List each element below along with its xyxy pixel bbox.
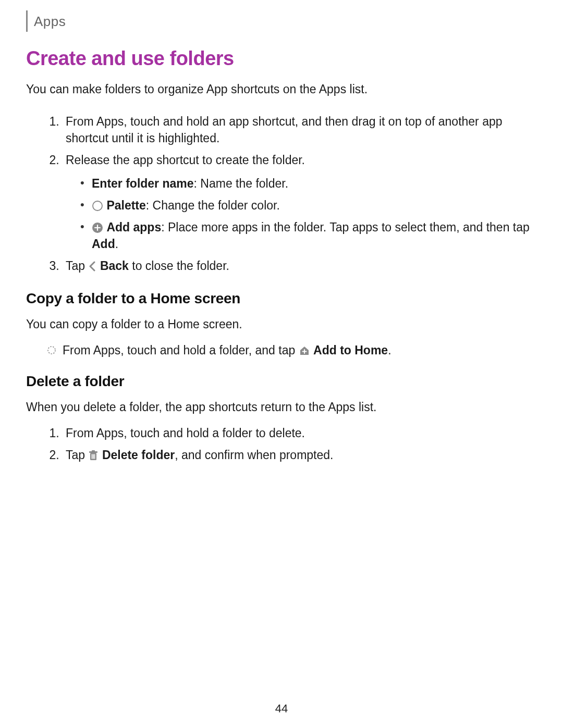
- palette-icon: [92, 200, 103, 212]
- step-2-sublist: Enter folder name: Name the folder. Pale…: [66, 175, 537, 253]
- step-3-tap: Tap: [66, 259, 88, 273]
- section-header: Apps: [26, 10, 71, 32]
- copy-step-bold: Add to Home: [313, 343, 388, 357]
- enter-folder-name-rest: : Name the folder.: [194, 177, 289, 190]
- palette-rest: : Change the folder color.: [146, 199, 280, 212]
- section-header-text: Apps: [34, 14, 66, 29]
- step-3-back: Back: [100, 259, 129, 273]
- add-apps-add: Add: [92, 237, 115, 251]
- copy-step-a: From Apps, touch and hold a folder, and …: [63, 343, 299, 357]
- delete-step-2-tap: Tap: [66, 448, 88, 462]
- copy-step: From Apps, touch and hold a folder, and …: [26, 342, 537, 359]
- sub-enter-folder-name: Enter folder name: Name the folder.: [80, 175, 537, 192]
- enter-folder-name-label: Enter folder name: [92, 177, 194, 190]
- trash-icon: [88, 450, 99, 461]
- add-apps-period: .: [115, 237, 118, 251]
- page-title: Create and use folders: [26, 47, 537, 70]
- svg-rect-9: [92, 450, 95, 452]
- dashed-circle-bullet-icon: [47, 346, 56, 355]
- copy-heading: Copy a folder to a Home screen: [26, 290, 537, 307]
- delete-step-1-text: From Apps, touch and hold a folder to de…: [66, 426, 305, 440]
- copy-step-period: .: [388, 343, 391, 357]
- palette-label: Palette: [106, 199, 145, 212]
- step-1-text: From Apps, touch and hold an app shortcu…: [66, 115, 503, 145]
- svg-point-0: [93, 201, 102, 211]
- step-3: Tap Back to close the folder.: [63, 257, 537, 274]
- add-to-home-icon: [299, 345, 310, 356]
- step-2-text: Release the app shortcut to create the f…: [66, 153, 305, 167]
- intro-text: You can make folders to organize App sho…: [26, 81, 537, 97]
- step-3-rest: to close the folder.: [129, 259, 229, 273]
- delete-intro: When you delete a folder, the app shortc…: [26, 399, 537, 415]
- delete-steps-list: From Apps, touch and hold a folder to de…: [26, 425, 537, 463]
- delete-step-2-rest: , and confirm when prompted.: [175, 448, 333, 462]
- sub-palette: Palette: Change the folder color.: [80, 197, 537, 214]
- page-number: 44: [0, 702, 563, 715]
- steps-list: From Apps, touch and hold an app shortcu…: [26, 113, 537, 275]
- svg-point-4: [48, 347, 55, 354]
- step-1: From Apps, touch and hold an app shortcu…: [63, 113, 537, 146]
- delete-step-1: From Apps, touch and hold a folder to de…: [63, 425, 537, 441]
- sub-add-apps: Add apps: Place more apps in the folder.…: [80, 219, 537, 252]
- copy-intro: You can copy a folder to a Home screen.: [26, 316, 537, 332]
- add-apps-label: Add apps: [106, 220, 161, 234]
- plus-circle-icon: [92, 222, 103, 233]
- delete-step-2: Tap Delete folder, and confirm when prom…: [63, 447, 537, 463]
- step-2: Release the app shortcut to create the f…: [63, 152, 537, 252]
- back-chevron-icon: [88, 261, 96, 272]
- delete-heading: Delete a folder: [26, 373, 537, 390]
- delete-step-2-bold: Delete folder: [102, 448, 175, 462]
- add-apps-rest: : Place more apps in the folder. Tap app…: [161, 220, 530, 234]
